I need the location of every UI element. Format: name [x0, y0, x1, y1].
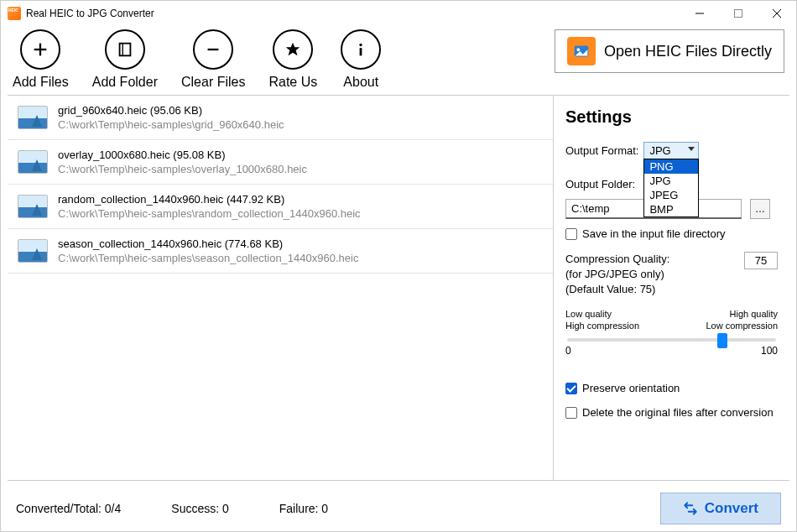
file-path: C:\work\Temp\heic-samples\grid_960x640.h…: [58, 118, 284, 131]
about-label: About: [343, 75, 378, 90]
add-folder-button[interactable]: Add Folder: [92, 29, 158, 90]
convert-button[interactable]: Convert: [660, 493, 781, 524]
folder-icon: [116, 40, 134, 59]
converted-total: Converted/Total: 0/4: [16, 502, 121, 515]
status-bar: Converted/Total: 0/4 Success: 0 Failure:…: [1, 481, 796, 532]
save-in-input-checkbox[interactable]: [565, 228, 577, 240]
slider-max: 100: [761, 345, 778, 357]
preserve-orientation-label: Preserve orientation: [582, 382, 680, 394]
maximize-button[interactable]: [719, 1, 758, 26]
clear-files-label: Clear Files: [181, 75, 245, 90]
file-thumbnail-icon: [18, 106, 48, 129]
chevron-down-icon: [688, 147, 695, 151]
delete-original-label: Delete the original files after conversi…: [582, 406, 774, 419]
settings-panel: Settings Output Format: JPG PNGJPGJPEGBM…: [553, 96, 789, 480]
svg-marker-9: [286, 43, 300, 56]
low-compression-label: Low compression: [706, 320, 778, 331]
file-item[interactable]: random_collection_1440x960.heic (447.92 …: [8, 185, 553, 229]
quality-label-1: Compression Quality:: [565, 252, 669, 267]
minimize-button[interactable]: [680, 1, 719, 26]
svg-rect-1: [735, 10, 742, 18]
app-icon: [8, 7, 21, 20]
info-icon: [352, 40, 370, 59]
add-files-label: Add Files: [13, 75, 69, 90]
svg-point-10: [360, 44, 362, 46]
rate-us-label: Rate Us: [268, 75, 317, 90]
quality-input[interactable]: [744, 252, 778, 269]
file-thumbnail-icon: [18, 239, 48, 263]
delete-original-checkbox[interactable]: [565, 407, 577, 419]
preserve-orientation-checkbox[interactable]: [565, 383, 577, 394]
quality-label-3: (Default Value: 75): [565, 282, 669, 297]
promo-banner[interactable]: Open HEIC Files Directly: [555, 29, 784, 73]
add-folder-label: Add Folder: [92, 75, 158, 90]
rate-us-button[interactable]: Rate Us: [268, 29, 317, 90]
promo-icon: [567, 37, 596, 65]
failure-count: Failure: 0: [279, 502, 328, 515]
success-count: Success: 0: [171, 502, 228, 515]
format-option[interactable]: BMP: [644, 202, 698, 216]
slider-thumb[interactable]: [717, 333, 727, 348]
titlebar: Real HEIC to JPG Converter: [1, 1, 796, 26]
file-path: C:\work\Temp\heic-samples\season_collect…: [58, 252, 358, 264]
minus-icon: [204, 40, 222, 59]
high-compression-label: High compression: [565, 320, 639, 331]
high-quality-label: High quality: [706, 308, 778, 320]
file-name: season_collection_1440x960.heic (774.68 …: [58, 237, 358, 250]
window-title: Real HEIC to JPG Converter: [26, 8, 680, 19]
file-path: C:\work\Temp\heic-samples\overlay_1000x6…: [58, 163, 307, 175]
format-option[interactable]: PNG: [644, 159, 698, 174]
format-option[interactable]: JPEG: [644, 188, 698, 202]
save-in-input-label: Save in the input file directory: [582, 227, 726, 240]
file-name: grid_960x640.heic (95.06 KB): [58, 104, 284, 117]
file-name: overlay_1000x680.heic (95.08 KB): [58, 149, 307, 161]
output-format-select[interactable]: JPG: [643, 142, 699, 159]
output-format-label: Output Format:: [565, 144, 638, 157]
file-item[interactable]: overlay_1000x680.heic (95.08 KB)C:\work\…: [8, 140, 553, 185]
file-list[interactable]: grid_960x640.heic (95.06 KB)C:\work\Temp…: [8, 96, 553, 480]
file-path: C:\work\Temp\heic-samples\random_collect…: [58, 207, 361, 220]
about-button[interactable]: About: [341, 29, 381, 90]
file-item[interactable]: season_collection_1440x960.heic (774.68 …: [8, 229, 553, 274]
quality-slider[interactable]: [567, 338, 776, 342]
svg-rect-11: [360, 48, 362, 55]
slider-min: 0: [565, 345, 571, 357]
settings-heading: Settings: [565, 107, 778, 127]
format-option[interactable]: JPG: [644, 174, 698, 188]
add-files-button[interactable]: Add Files: [13, 29, 69, 90]
file-item[interactable]: grid_960x640.heic (95.06 KB)C:\work\Temp…: [8, 96, 553, 140]
svg-point-13: [576, 48, 580, 51]
promo-text: Open HEIC Files Directly: [604, 43, 772, 60]
output-format-dropdown[interactable]: PNGJPGJPEGBMP: [643, 159, 699, 217]
low-quality-label: Low quality: [565, 308, 639, 320]
browse-folder-button[interactable]: …: [750, 199, 770, 219]
file-thumbnail-icon: [18, 195, 48, 218]
output-folder-label: Output Folder:: [565, 178, 635, 190]
plus-icon: [31, 40, 49, 59]
file-name: random_collection_1440x960.heic (447.92 …: [58, 193, 361, 206]
convert-icon: [683, 501, 698, 516]
quality-label-2: (for JPG/JPEG only): [565, 267, 669, 282]
svg-rect-6: [119, 44, 130, 56]
star-icon: [284, 40, 302, 59]
file-thumbnail-icon: [18, 150, 48, 174]
clear-files-button[interactable]: Clear Files: [181, 29, 245, 90]
close-button[interactable]: [758, 1, 796, 26]
